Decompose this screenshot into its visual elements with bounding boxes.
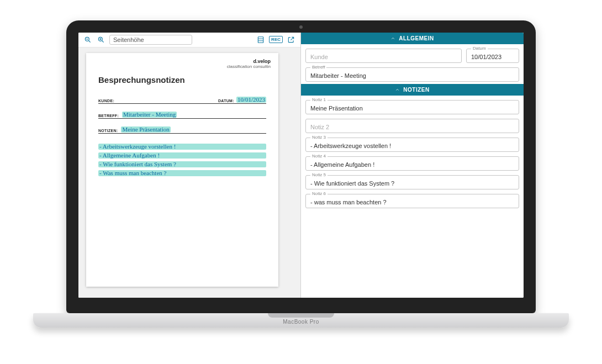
trackpad-notch	[268, 313, 334, 318]
chevron-up-icon	[395, 87, 400, 92]
brand-subtitle: classification consultin	[227, 64, 271, 69]
section-body-allgemein: Kunde Datum 10/01/2023 Betreff Mitarbeit…	[301, 44, 524, 84]
label-kunde: KUNDE:	[98, 99, 114, 103]
document-canvas: d.velop classification consultin Besprec…	[78, 48, 300, 298]
hand-datum: 10/01/2023	[236, 97, 266, 103]
svg-line-1	[89, 40, 91, 42]
handwritten-notes: - Arbeitswerkzeuge vorstellen ! - Allgem…	[98, 144, 266, 176]
field-notiz-4-legend: Notiz 4	[310, 154, 328, 159]
field-notiz-6-legend: Notiz 6	[310, 191, 328, 196]
brand-name: d.velop	[253, 59, 271, 64]
zoom-in-icon[interactable]	[96, 35, 106, 45]
page-title: Besprechungsnotizen	[98, 75, 266, 85]
field-notiz-6-value: - was muss man beachten ?	[310, 199, 387, 205]
rec-button[interactable]: REC	[269, 36, 283, 43]
field-notiz-5-legend: Notiz 5	[310, 172, 328, 177]
hand-note-3: - Wie funktioniert das System ?	[98, 161, 266, 167]
field-betreff-legend: Betreff	[310, 65, 326, 70]
field-notiz-1-value: Meine Präsentation	[310, 105, 363, 112]
field-kunde-placeholder: Kunde	[310, 54, 328, 60]
field-notiz-2-placeholder: Notiz 2	[310, 124, 329, 130]
app-screen: Seitenhöhe REC d.velop classification	[78, 33, 524, 298]
chevron-up-icon	[390, 36, 395, 41]
section-title-notizen: NOTIZEN	[403, 87, 429, 93]
laptop-mockup: Seitenhöhe REC d.velop classification	[66, 20, 536, 328]
field-betreff-value: Mitarbeiter - Meeting	[310, 72, 366, 79]
line-betreff: BETREFF: Mitarbeiter - Meeting	[98, 112, 266, 119]
field-notiz-3[interactable]: Notiz 3 - Arbeitswerkzeuge vostellen !	[305, 138, 519, 152]
field-notiz-1-legend: Notiz 1	[310, 97, 328, 102]
line-kunde-datum: KUNDE: DATUM: 10/01/2023	[98, 97, 266, 104]
svg-rect-7	[258, 36, 263, 43]
laptop-base: MacBook Pro	[33, 313, 569, 328]
field-notiz-6[interactable]: Notiz 6 - was muss man beachten ?	[305, 194, 519, 208]
screen-bezel: Seitenhöhe REC d.velop classification	[66, 20, 536, 313]
viewer-toolbar: Seitenhöhe REC	[78, 33, 300, 48]
zoom-out-icon[interactable]	[83, 35, 93, 45]
field-notiz-5-value: - Wie funktioniert das System ?	[310, 180, 394, 187]
section-body-notizen: Notiz 1 Meine Präsentation Notiz 2 Notiz…	[301, 96, 524, 210]
camera-dot	[299, 25, 303, 29]
field-datum-value: 10/01/2023	[471, 54, 501, 60]
field-betreff[interactable]: Betreff Mitarbeiter - Meeting	[305, 67, 519, 82]
field-notiz-3-legend: Notiz 3	[310, 135, 328, 140]
line-notizen: NOTIZEN: Meine Präsentation	[98, 126, 266, 134]
label-datum: DATUM:	[218, 99, 234, 103]
page-layout-icon[interactable]	[256, 35, 266, 45]
field-notiz-3-value: - Arbeitswerkzeuge vostellen !	[310, 143, 391, 149]
hand-note-4: - Was muss man beachten ?	[98, 170, 266, 176]
device-label: MacBook Pro	[283, 319, 319, 325]
extraction-form-pane: ALLGEMEIN Kunde Datum 10/01/2023 Betreff	[301, 33, 524, 298]
label-notizen: NOTIZEN:	[98, 129, 118, 133]
svg-line-4	[102, 40, 104, 42]
field-datum-legend: Datum	[471, 46, 488, 51]
document-viewer-pane: Seitenhöhe REC d.velop classification	[78, 33, 301, 298]
open-external-icon[interactable]	[286, 35, 296, 45]
field-notiz-4-value: - Allgemeine Aufgaben !	[310, 161, 374, 168]
label-betreff: BETREFF:	[98, 114, 119, 118]
field-datum[interactable]: Datum 10/01/2023	[466, 49, 519, 63]
field-notiz-2[interactable]: Notiz 2	[305, 119, 519, 133]
brand-block: d.velop classification consultin	[227, 59, 271, 69]
zoom-select[interactable]: Seitenhöhe	[109, 35, 192, 45]
section-header-allgemein[interactable]: ALLGEMEIN	[301, 33, 524, 44]
hand-note-1: - Arbeitswerkzeuge vorstellen !	[98, 144, 266, 150]
field-notiz-5[interactable]: Notiz 5 - Wie funktioniert das System ?	[305, 175, 519, 189]
section-title-allgemein: ALLGEMEIN	[399, 35, 434, 41]
document-page: d.velop classification consultin Besprec…	[86, 53, 278, 287]
field-kunde[interactable]: Kunde	[305, 49, 462, 63]
field-notiz-1[interactable]: Notiz 1 Meine Präsentation	[305, 100, 519, 114]
section-header-notizen[interactable]: NOTIZEN	[301, 84, 524, 96]
hand-betreff: Mitarbeiter - Meeting	[122, 112, 177, 118]
field-notiz-4[interactable]: Notiz 4 - Allgemeine Aufgaben !	[305, 156, 519, 171]
hand-notizen-head: Meine Präsentation	[121, 126, 170, 133]
hand-note-2: - Allgemeine Aufgaben !	[98, 152, 266, 159]
